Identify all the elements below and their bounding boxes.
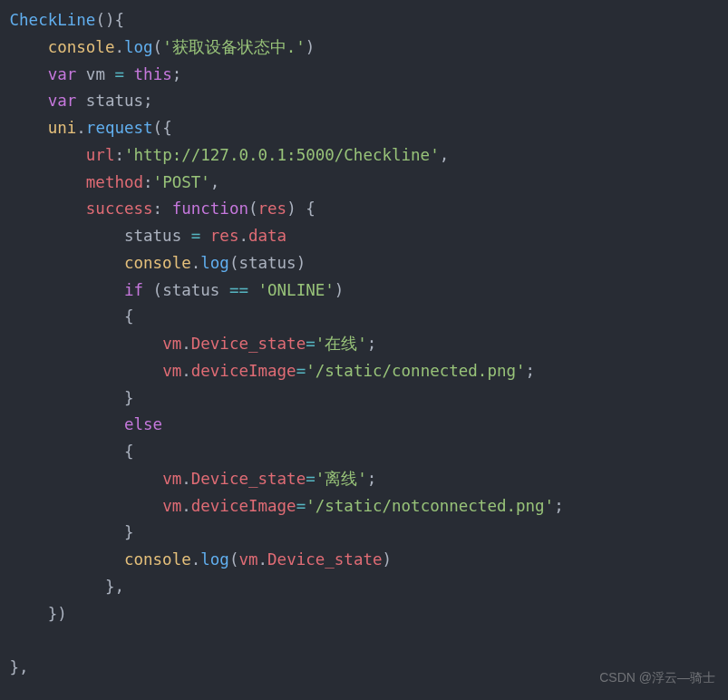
watermark: CSDN @浮云—骑士 <box>599 667 715 689</box>
code-block: CheckLine(){ console.log('获取设备状态中.') var… <box>0 0 728 682</box>
function-name: CheckLine <box>10 11 96 29</box>
